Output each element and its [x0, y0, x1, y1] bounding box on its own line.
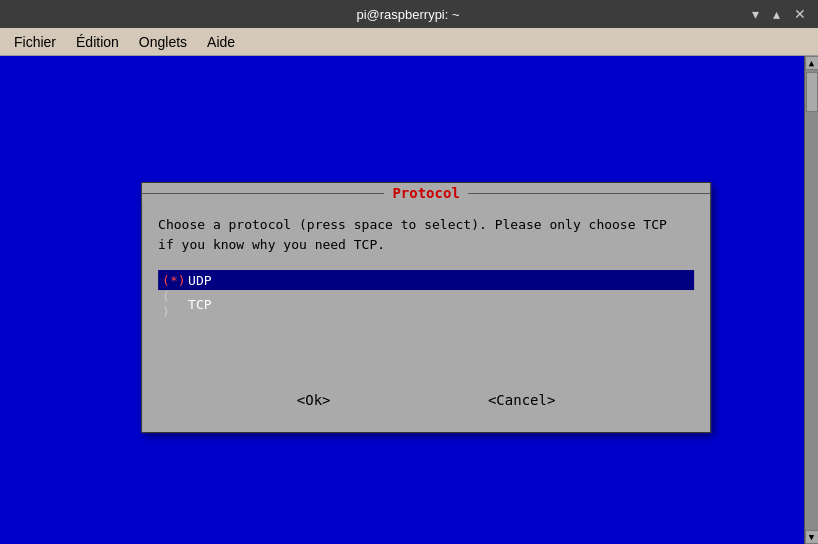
description-line1: Choose a protocol (press space to select… [158, 217, 667, 232]
menu-onglets[interactable]: Onglets [129, 32, 197, 52]
dialog-description: Choose a protocol (press space to select… [158, 215, 694, 254]
menu-fichier[interactable]: Fichier [4, 32, 66, 52]
ok-button[interactable]: <Ok> [289, 390, 339, 410]
menu-edition[interactable]: Édition [66, 32, 129, 52]
dialog-body: Choose a protocol (press space to select… [142, 203, 710, 432]
menu-bar: Fichier Édition Onglets Aide [0, 28, 818, 56]
tcp-label: TCP [184, 297, 211, 312]
terminal-area: ▲ ▼ Protocol Choose a protocol (press sp… [0, 56, 818, 544]
title-bar: pi@raspberrypi: ~ ▾ ▴ ✕ [0, 0, 818, 28]
scrollbar[interactable]: ▲ ▼ [804, 56, 818, 544]
description-line2: if you know why you need TCP. [158, 237, 385, 252]
window-title: pi@raspberrypi: ~ [68, 7, 748, 22]
maximize-button[interactable]: ▴ [769, 5, 784, 23]
scroll-up-button[interactable]: ▲ [805, 56, 819, 70]
dialog-title-area: Protocol [142, 183, 710, 203]
minimize-button[interactable]: ▾ [748, 5, 763, 23]
option-tcp[interactable]: ( ) TCP [158, 294, 694, 314]
udp-label: UDP [184, 273, 211, 288]
protocol-dialog: Protocol Choose a protocol (press space … [141, 182, 711, 433]
close-button[interactable]: ✕ [790, 5, 810, 23]
cancel-button[interactable]: <Cancel> [480, 390, 563, 410]
scroll-down-button[interactable]: ▼ [805, 530, 819, 544]
udp-indicator: (*) [162, 272, 184, 288]
dialog-buttons: <Ok> <Cancel> [158, 374, 694, 424]
menu-aide[interactable]: Aide [197, 32, 245, 52]
dialog-title: Protocol [384, 185, 467, 201]
option-udp[interactable]: (*) UDP [158, 270, 694, 290]
tcp-indicator: ( ) [162, 296, 184, 312]
window-controls: ▾ ▴ ✕ [748, 5, 810, 23]
scroll-thumb[interactable] [806, 72, 818, 112]
